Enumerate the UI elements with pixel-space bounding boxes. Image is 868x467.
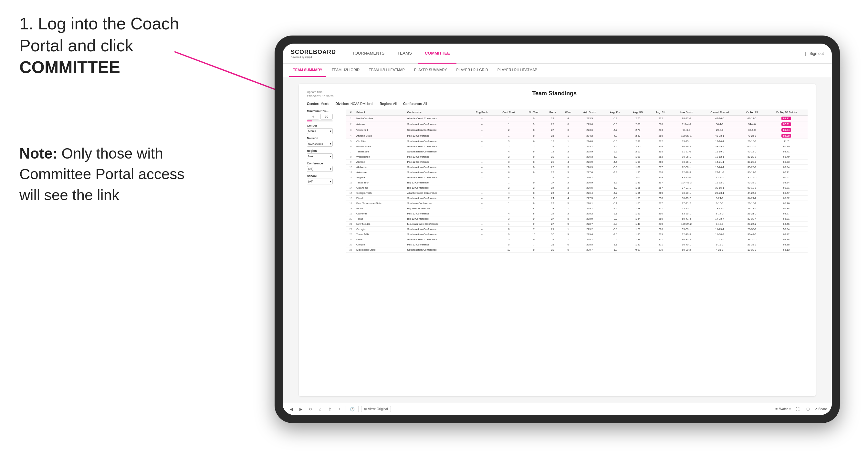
sub-nav-player-h2h-heatmap[interactable]: PLAYER H2H HEATMAP <box>494 64 541 77</box>
nav-committee[interactable]: COMMITTEE <box>418 43 457 64</box>
toolbar-share-btn[interactable]: ↗ Share <box>815 407 827 411</box>
toolbar-fullscreen[interactable]: ⛶ <box>794 406 801 413</box>
toolbar-view-original[interactable]: ⊞ View: Original <box>361 406 391 412</box>
card-title: Team Standings <box>334 90 775 97</box>
conference-select[interactable]: (All) ▾ <box>307 166 333 172</box>
col-conference: Conference <box>406 110 469 115</box>
filter-min-rounds: Minimum Rou... 4 30 <box>307 110 342 121</box>
gender-select[interactable]: Men's ▾ <box>307 128 333 134</box>
col-adj-score: Adj. Score <box>576 110 603 115</box>
sidebar-filter-region: Region N/A ▾ <box>307 149 342 159</box>
logo-main: SCOREBOARD <box>291 49 336 56</box>
school-select[interactable]: (All) ▾ <box>307 179 333 184</box>
instruction-step-bold: COMMITTEE <box>20 58 120 76</box>
device-frame: SCOREBOARD Powered by clippd TOURNAMENTS… <box>275 35 840 423</box>
sign-out-link[interactable]: Sign out <box>809 51 824 56</box>
table-row: 4Arizona StatePac-12 Conference–18261274… <box>346 133 808 139</box>
main-nav: TOURNAMENTS TEAMS COMMITTEE <box>346 43 805 64</box>
table-row: 26Mississippi StateSoutheastern Conferen… <box>346 247 808 253</box>
col-overall: Overall Record <box>701 110 739 115</box>
filter-row: Gender: Men's Division: NCAA Division I … <box>307 102 808 105</box>
toolbar-share-icon[interactable]: ⇪ <box>326 406 333 413</box>
filter-input-rounds: 4 30 <box>307 114 342 120</box>
content-body: Minimum Rou... 4 30 <box>307 110 808 380</box>
col-rnds: Rnds <box>545 110 560 115</box>
table-row: 12VirginiaAtlantic Coast Conference–4124… <box>346 175 808 180</box>
device-screen: SCOREBOARD Powered by clippd TOURNAMENTS… <box>283 43 832 415</box>
table-row: 18IllinoisBig Ten Conference–18231279.1-… <box>346 206 808 211</box>
table-row: 9ArizonaPac-12 Conference–38234276.9-4.6… <box>346 160 808 165</box>
table-row: 17East Tennessee StateSouthern Conferenc… <box>346 201 808 206</box>
nav-teams[interactable]: TEAMS <box>391 43 418 64</box>
toolbar-separator-1 <box>346 406 346 412</box>
content-card: Update time: 27/03/2024 16:56:26 Team St… <box>299 84 816 396</box>
table-row: 13Texas TechBig 12 Conference–19272276.9… <box>346 180 808 185</box>
toolbar-watch[interactable]: 👁 Watch ▾ <box>775 407 791 411</box>
toolbar-back[interactable]: ◀ <box>287 406 294 413</box>
table-row: 2AuburnSoutheastern Conference–19276273.… <box>346 121 808 127</box>
division-select[interactable]: NCAA Division I ▾ <box>307 141 333 147</box>
nav-tournaments[interactable]: TOURNAMENTS <box>346 43 391 64</box>
table-row: 21New MexicoMountain West Conference–192… <box>346 222 808 227</box>
bottom-toolbar: ◀ ▶ ↻ ⌂ ⇪ + 🕐 ⊞ View: Original 👁 Watch ▾… <box>283 403 832 415</box>
table-row: 7TennesseeSoutheastern Conference–461822… <box>346 149 808 154</box>
col-avg-sg: Avg. SG <box>627 110 649 115</box>
col-school: School <box>355 110 406 115</box>
watch-icon: 👁 <box>775 407 778 411</box>
col-no-tour: No Tour <box>523 110 545 115</box>
sidebar-filter-division: Division NCAA Division I ▾ <box>307 136 342 147</box>
filter-region: Region: All <box>380 102 397 105</box>
sub-nav-player-summary[interactable]: PLAYER SUMMARY <box>410 64 451 77</box>
min-rounds-input[interactable]: 4 <box>307 114 319 120</box>
col-reg-rank: Reg Rank <box>469 110 495 115</box>
sub-nav-player-h2h-grid[interactable]: PLAYER H2H GRID <box>453 64 492 77</box>
sub-nav-team-h2h-grid[interactable]: TEAM H2H GRID <box>328 64 364 77</box>
table-row: 22GeorgiaSoutheastern Conference–8721127… <box>346 227 808 232</box>
table-row: 10AlabamaSoutheastern Conference–5823327… <box>346 165 808 170</box>
toolbar-clock[interactable]: 🕐 <box>348 406 356 413</box>
filter-gender: Gender: Men's <box>307 102 329 105</box>
sub-nav-team-h2h-heatmap[interactable]: TEAM H2H HEATMAP <box>365 64 409 77</box>
col-wins: Wins <box>560 110 576 115</box>
instruction-step: 1. Log into the Coach Portal and click C… <box>20 13 207 79</box>
watch-label: Watch <box>779 407 788 411</box>
toolbar-plus[interactable]: + <box>336 406 343 413</box>
toolbar-reload[interactable]: ↻ <box>307 406 314 413</box>
sidebar-filter-school: School (All) ▾ <box>307 175 342 184</box>
view-label: View: Original <box>368 407 388 411</box>
share-icon: ↗ <box>815 407 817 411</box>
card-header-row: Update time: 27/03/2024 16:56:26 Team St… <box>307 90 808 98</box>
col-conf-rank: Conf Rank <box>495 110 523 115</box>
instruction-step-text: 1. Log into the Coach Portal and click <box>20 14 179 55</box>
sidebar-filter-conference: Conference (All) ▾ <box>307 162 342 172</box>
table-row: 25OregonPac-12 Conference–57210278.5-3.1… <box>346 242 808 247</box>
table-row: 11ArkansasSoutheastern Conference–682332… <box>346 170 808 175</box>
col-rank: # <box>346 110 355 115</box>
toolbar-home[interactable]: ⌂ <box>317 406 324 413</box>
col-points: Vs Top 50 Points <box>765 110 808 115</box>
table-row: 5Ole MissSoutheastern Conference–3618127… <box>346 139 808 144</box>
sub-nav: TEAM SUMMARY TEAM H2H GRID TEAM H2H HEAT… <box>283 64 832 77</box>
scoreboard-logo: SCOREBOARD Powered by clippd <box>291 49 336 58</box>
table-row: 15Georgia TechAtlantic Coast Conference–… <box>346 191 808 196</box>
toolbar-screenshot[interactable]: ⬡ <box>804 406 811 413</box>
toolbar-right: 👁 Watch ▾ ⛶ ⬡ ↗ Share <box>775 406 827 413</box>
table-row: 1North CarolinaAtlantic Coast Conference… <box>346 115 808 121</box>
table-container: # School Conference Reg Rank Conf Rank N… <box>346 110 808 380</box>
table-row: 23Texas A&MSoutheastern Conference–91030… <box>346 232 808 237</box>
max-rounds-input[interactable]: 30 <box>320 114 333 120</box>
sidebar-filter-gender: Gender Men's ▾ <box>307 124 342 134</box>
filters-sidebar: Minimum Rou... 4 30 <box>307 110 342 380</box>
view-icon: ⊞ <box>364 407 367 411</box>
sub-nav-team-summary[interactable]: TEAM SUMMARY <box>289 64 326 77</box>
note-text: Note: Only those with Committee Portal a… <box>20 143 207 206</box>
main-content: Update time: 27/03/2024 16:56:26 Team St… <box>283 77 832 403</box>
rounds-slider <box>307 121 342 121</box>
note-label: Note: <box>20 145 58 162</box>
region-select[interactable]: N/A ▾ <box>307 153 333 159</box>
col-avg-par: Avg. Par <box>603 110 627 115</box>
table-row: 8WashingtonPac-12 Conference–28231276.3-… <box>346 154 808 160</box>
standings-table: # School Conference Reg Rank Conf Rank N… <box>346 110 808 253</box>
toolbar-forward[interactable]: ▶ <box>297 406 304 413</box>
table-row: 24DukeAtlantic Coast Conference–59271278… <box>346 237 808 242</box>
